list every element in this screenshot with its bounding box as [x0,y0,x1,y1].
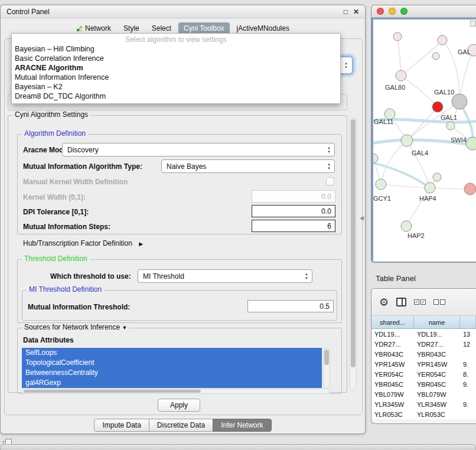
table-cell: YBR045C [414,381,460,388]
attribute-item-gal4rgexp[interactable]: gal4RGexp [22,378,322,388]
minimize-window-icon[interactable] [389,8,396,15]
collapsed-triangle-icon[interactable]: ▶ [139,241,143,247]
manual-kernel-label: Manual Kernel Width Definition [23,178,128,186]
float-panel-icon[interactable]: □ [344,8,348,16]
network-edge [459,50,474,102]
dropdown-item-bayesian-hill-climbing[interactable]: Bayesian – Hill Climbing [12,44,340,54]
mi-type-combo[interactable]: Naive Bayes ▲▼ [161,159,335,173]
table-cell: YDR27... [414,341,460,348]
close-panel-icon[interactable]: ✕ [353,8,359,16]
deselect-all-columns-icon[interactable] [433,299,445,305]
apply-button[interactable]: Apply [158,399,200,412]
table-row[interactable]: YER054CYER054C8. [371,369,476,379]
network-node-label: GAL [458,48,471,56]
manual-kernel-checkbox[interactable] [326,177,334,185]
network-node-label: GAL80 [385,84,405,91]
attribute-item-selfloops[interactable]: SelfLoops [22,348,322,358]
dropdown-item-basic-correlation-inference[interactable]: Basic Correlation Inference [12,54,340,63]
tab-cyni-toolbox[interactable]: Cyni Toolbox [178,22,229,34]
network-tab-icon [76,25,83,32]
table-cell: YBR043C [371,351,414,358]
table-row[interactable]: YBR043CYBR043C [371,349,476,359]
columns-icon[interactable] [396,298,406,306]
network-node-label: GAL1 [441,114,457,121]
bottom-tab-impute-data[interactable]: Impute Data [94,419,149,432]
dropdown-item-dream8-dc-tdc-algorithm[interactable]: Dream8 DC_TDC Algorithm [12,92,340,101]
table-cell: 9. [460,361,476,368]
table-row[interactable]: YDL19...YDL19...13 [371,329,476,339]
network-node[interactable] [432,102,443,112]
dropdown-item-mutual-information-inference[interactable]: Mutual Information Inference [12,73,340,82]
table-row[interactable]: YLR053CYLR053C [371,409,476,419]
column-header-extra[interactable] [460,316,476,328]
column-header-shared-name[interactable]: shared... [371,316,414,328]
expanded-triangle-icon[interactable]: ▼ [122,325,127,331]
which-threshold-combo[interactable]: MI Threshold ▲▼ [138,269,312,283]
attributes-list-vscrollbar[interactable] [323,348,330,388]
table-row[interactable]: YBL079WYBL079W [371,389,476,399]
table-row[interactable]: YBR045CYBR045C9. [371,379,476,389]
dpi-tolerance-field[interactable]: 0.0 [252,205,335,217]
attribute-item-topologicalcoefficient[interactable]: TopologicalCoefficient [22,358,322,368]
table-cell: YLR345W [414,401,460,408]
splitter-collapse-icon[interactable]: ◀ [360,215,364,221]
network-node[interactable] [438,35,447,45]
dropdown-item-bayesian-k2[interactable]: Bayesian – K2 [12,82,340,92]
network-node[interactable] [433,173,441,181]
network-node[interactable] [432,53,439,60]
aracne-mode-combo[interactable]: Discovery ▲▼ [62,143,335,156]
network-node[interactable] [425,182,435,193]
tab-label: Network [85,24,111,32]
tab-jactivemnodules[interactable]: jActiveMNodules [232,22,295,34]
network-node[interactable] [376,179,386,190]
zoom-window-icon[interactable] [400,8,407,15]
table-cell: 9. [460,401,476,408]
tab-style[interactable]: Style [118,22,145,34]
network-node[interactable] [401,221,412,231]
close-window-icon[interactable] [377,8,384,15]
table-cell: YDR27... [371,341,414,348]
network-node[interactable] [446,122,455,130]
settings-scrollbar[interactable] [350,118,357,390]
attributes-list-hscrollbar[interactable] [22,389,330,394]
table-row[interactable]: YPR145WYPR145W9. [371,359,476,369]
table-cell: YDL19... [414,331,460,338]
table-row[interactable]: YLR345WYLR345W9. [371,399,476,409]
table-row[interactable]: YDR27...YDR27...12 [371,339,476,349]
mi-threshold-field[interactable]: 0.5 [247,300,334,312]
mi-steps-field[interactable]: 6 [252,220,335,232]
mi-type-label: Mutual Information Algorithm Type: [23,162,142,171]
gear-icon[interactable]: ⚙ [379,297,389,308]
canvas-scroll-corner[interactable] [470,21,476,27]
network-edge [401,76,438,107]
combo-down-icon: ▼ [344,66,348,69]
control-panel-title: Control Panel [6,8,50,16]
combo-up-icon: ▲ [344,61,348,65]
network-canvas[interactable]: GALGAL80GAL10GAL1GAL11SWI4GAL4GCY1HAP4HA… [373,19,476,262]
hub-section-row[interactable]: Hub/Transcription Factor Definition ▶ [23,239,143,247]
data-attributes-list: SelfLoopsTopologicalCoefficientBetweenne… [22,348,322,388]
tab-select[interactable]: Select [146,22,177,34]
table-cell: YDL19... [371,331,414,338]
network-node[interactable] [401,135,413,146]
mi-threshold-label: Mutual Information Threshold: [28,303,130,311]
sources-title-row[interactable]: Sources for Network Inference ▼ [22,323,129,331]
network-node[interactable] [466,137,476,150]
network-node[interactable] [452,94,467,109]
select-all-columns-icon[interactable]: ✓ ✓ [414,299,426,305]
network-node-label: HAP4 [419,195,436,202]
network-node[interactable] [396,70,406,81]
control-panel-titlebar: Control Panel □ ✕ [1,5,365,18]
tab-bar: NetworkStyleSelectCyni ToolboxjActiveMNo… [1,22,365,34]
table-cell: 12 [460,341,476,348]
column-header-name[interactable]: name [414,316,460,328]
bottom-tab-infer-network[interactable]: Infer Network [213,419,271,432]
tab-network[interactable]: Network [71,22,116,34]
network-node[interactable] [393,32,402,41]
attribute-item-betweennesscentrality[interactable]: BetweennessCentrality [22,368,322,378]
network-node[interactable] [464,183,476,195]
bottom-tab-discretize-data[interactable]: Discretize Data [149,419,213,432]
network-node-label: GAL4 [412,149,428,156]
dropdown-item-aracne-algorithm[interactable]: ARACNE Algorithm [12,63,340,73]
network-node[interactable] [373,154,378,163]
